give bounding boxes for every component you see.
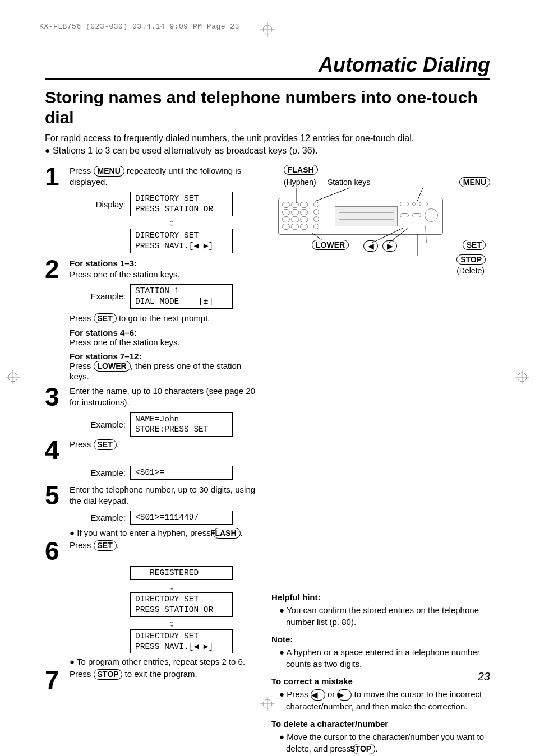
intro-bullet: Stations 1 to 3 can be used alternativel…: [45, 145, 490, 157]
lcd-display: DIRECTORY SET PRESS STATION OR: [130, 592, 233, 617]
step4-text: .: [117, 439, 119, 449]
lcd-display: <S01>=1114497: [130, 511, 233, 525]
example-label: Example:: [70, 513, 130, 522]
lcd-display: <S01>=: [130, 466, 233, 480]
display-label: Display:: [70, 200, 130, 209]
section-title-text: Storing names and telephone numbers into…: [45, 87, 485, 128]
step-number: 1: [45, 165, 64, 188]
step-number: 3: [45, 386, 64, 409]
stop-button: STOP: [353, 744, 375, 754]
step7-text: to exit the program.: [122, 669, 197, 679]
step5-bullet: If you want to enter a hyphen, press: [77, 528, 213, 537]
lcd-display: DIRECTORY SET PRESS NAVI.[◀ ▶]: [130, 629, 233, 654]
stop-button-label: STOP: [456, 254, 486, 265]
correct-mistake-item: Press ◀ or ▶ to move the cursor to the i…: [279, 688, 490, 712]
delete-char-title: To delete a character/number: [271, 718, 490, 730]
step2-text: Press one of the station keys.: [70, 269, 258, 280]
crop-mark-icon: [6, 370, 20, 384]
svg-line-18: [426, 226, 426, 243]
step-number: 5: [45, 484, 64, 507]
left-arrow-icon: ◀: [311, 689, 325, 701]
right-arrow-button-label: ▶: [382, 240, 397, 252]
step3-text: Enter the name, up to 10 characters (see…: [70, 386, 258, 409]
step2-text: to go to the next prompt.: [117, 313, 210, 323]
set-button: SET: [94, 540, 117, 551]
set-button-label: SET: [463, 240, 486, 250]
svg-line-13: [315, 188, 350, 201]
intro-text: For rapid access to frequently dialed nu…: [45, 132, 490, 157]
updown-arrow-icon: ↕: [126, 217, 218, 228]
step2-text: Press one of the station keys.: [70, 337, 258, 347]
delete-char-item: Move the cursor to the character/number …: [279, 731, 490, 754]
flash-button: FLASH: [213, 528, 241, 539]
step5-text: Enter the telephone number, up to 30 dig…: [70, 484, 258, 507]
step-number: 6: [45, 540, 64, 563]
lower-button: LOWER: [94, 361, 131, 372]
correct-mistake-title: To correct a mistake: [271, 675, 490, 687]
step2-heading: For stations 1–3:: [70, 258, 258, 269]
step-number: 7: [45, 669, 64, 692]
set-button: SET: [94, 439, 117, 450]
example-label: Example:: [70, 291, 130, 301]
lcd-display: DIRECTORY SET PRESS STATION OR: [130, 192, 233, 216]
updown-arrow-icon: ↕: [126, 618, 218, 628]
crop-mark-icon: [260, 22, 275, 37]
note-title: Note:: [271, 633, 490, 645]
step6-bullet: To program other entries, repeat steps 2…: [77, 657, 245, 666]
left-arrow-button-label: ◀: [363, 240, 378, 252]
step-number: 4: [45, 439, 64, 462]
step-number: 2: [45, 258, 64, 281]
lcd-display: DIRECTORY SET PRESS NAVI.[◀ ▶]: [130, 229, 233, 253]
lower-button-label: LOWER: [312, 240, 349, 250]
chapter-title: Automatic Dialing: [45, 53, 490, 77]
crop-mark-icon: [515, 370, 529, 384]
example-label: Example:: [70, 420, 130, 429]
example-label: Example:: [70, 468, 130, 477]
crop-mark-icon: [260, 697, 275, 711]
divider: [45, 78, 490, 80]
section-title: Storing names and telephone numbers into…: [45, 87, 490, 128]
step1-text: Press: [70, 166, 94, 175]
down-arrow-icon: ↓: [126, 581, 218, 591]
step7-text: Press: [70, 669, 94, 679]
right-arrow-icon: ▶: [337, 689, 352, 701]
page-number: 23: [478, 670, 490, 683]
step2-heading: For stations 7–12:: [70, 351, 258, 361]
intro-line: For rapid access to frequently dialed nu…: [45, 132, 490, 145]
menu-button: MENU: [94, 166, 124, 177]
svg-line-14: [417, 188, 423, 201]
step5-bullet: .: [241, 528, 243, 537]
step4-text: Press: [70, 439, 94, 449]
step2-heading: For stations 4–6:: [70, 328, 258, 337]
unit-diagram: FLASH (Hyphen) Station keys MENU: [271, 165, 490, 277]
step2-text: Press: [70, 361, 94, 370]
lcd-display: NAME=John STORE:PRESS SET: [130, 412, 233, 437]
helpful-hint-title: Helpful hint:: [271, 591, 490, 603]
step6-text: Press: [70, 540, 94, 550]
set-button: SET: [94, 313, 117, 324]
lcd-display: STATION 1 DIAL MODE [±]: [130, 284, 233, 309]
note-item: A hyphen or a space entered in a telepho…: [279, 646, 490, 670]
lcd-display: REGISTERED: [130, 566, 233, 580]
helpful-hint-item: You can confirm the stored entries on th…: [279, 604, 490, 628]
delete-label: (Delete): [456, 266, 485, 275]
step2-text: Press: [70, 313, 94, 323]
stop-button: STOP: [94, 669, 123, 680]
step6-text: .: [117, 540, 119, 550]
